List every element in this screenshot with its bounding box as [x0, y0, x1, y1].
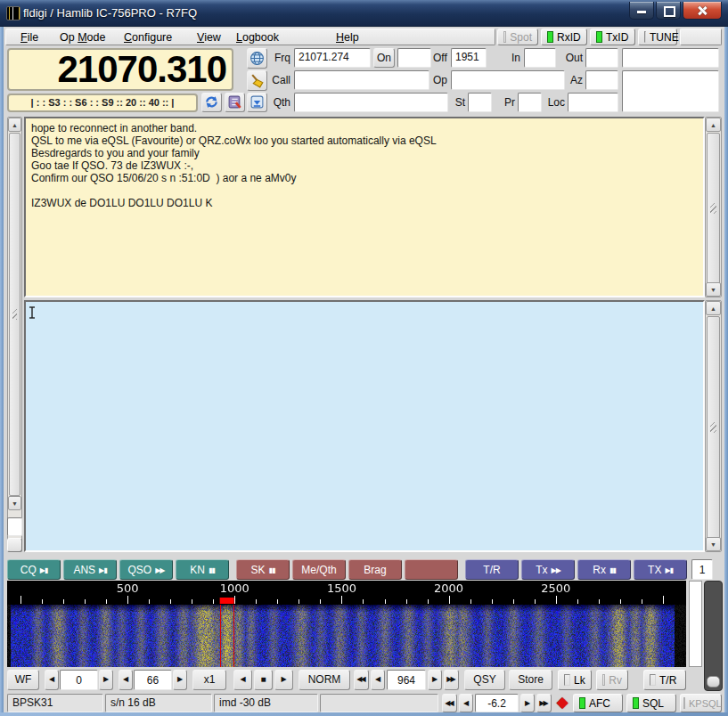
- qsy-button[interactable]: QSY: [464, 670, 505, 690]
- afc-dec-fast-button[interactable]: ◀◀: [442, 694, 457, 712]
- menu-item-view[interactable]: View: [190, 29, 228, 44]
- macro-button-cq[interactable]: CQ▶▮: [7, 559, 61, 580]
- txrx-toggle[interactable]: T/R: [643, 670, 686, 690]
- range-value[interactable]: 66: [134, 670, 172, 690]
- afc-dec-button[interactable]: ◀: [459, 694, 473, 712]
- close-button[interactable]: [683, 2, 722, 20]
- maximize-button[interactable]: [656, 2, 681, 20]
- store-button[interactable]: Store: [509, 670, 552, 690]
- range-dec-button[interactable]: ◀: [119, 670, 133, 690]
- macro-button-qso[interactable]: QSO▶▶: [119, 559, 173, 580]
- macro-button-t-r[interactable]: T/R: [465, 559, 519, 580]
- range-inc-button[interactable]: ▶: [173, 670, 187, 690]
- wf-shift-left-button[interactable]: ◀: [233, 670, 252, 690]
- title-bar[interactable]: fldigi / Hamlib IC-756PRO - R7FQ: [0, 0, 728, 27]
- rx-scroll-down-arrow[interactable]: ▼: [706, 282, 721, 297]
- pr-input[interactable]: [518, 93, 542, 112]
- upper-level-inc-button[interactable]: ▶: [99, 670, 113, 690]
- rx-text-line: [31, 184, 698, 197]
- reverse-toggle[interactable]: Rv: [596, 670, 628, 690]
- frq-input[interactable]: 21071.274: [294, 48, 371, 68]
- broom-icon: [249, 73, 265, 88]
- loc-input[interactable]: [568, 93, 618, 112]
- wf-mode-button[interactable]: WF: [7, 670, 39, 690]
- rxid-toggle[interactable]: RxID: [541, 28, 587, 45]
- afc-offset-value[interactable]: -6.2: [475, 694, 519, 712]
- macro-button-kn[interactable]: KN▮▮: [176, 559, 229, 580]
- op-input[interactable]: [451, 70, 565, 90]
- off-input[interactable]: 1951: [451, 48, 487, 68]
- rx-text-line: Confirm our QSO 15/06/20 s n :51:0D ) ao…: [31, 172, 698, 184]
- mode-status[interactable]: BPSK31: [7, 694, 103, 712]
- menu-item-file[interactable]: File: [13, 29, 45, 44]
- macro-button-tx[interactable]: Tx▶▶: [521, 559, 575, 580]
- macro-button-sk[interactable]: SK▮▮: [236, 559, 290, 580]
- carrier-frequency-value[interactable]: 964: [387, 670, 426, 690]
- macro-button-empty-7[interactable]: [405, 559, 458, 580]
- waterfall-gain-knob[interactable]: [707, 676, 720, 688]
- carrier-dec-fast-button[interactable]: ◀◀: [354, 670, 369, 690]
- rxtx-splitter-slider[interactable]: ▲ ▼: [7, 117, 22, 552]
- out-input[interactable]: [585, 48, 618, 68]
- txid-toggle[interactable]: TxID: [590, 28, 635, 45]
- txid-led: [596, 31, 602, 43]
- macro-button-brag[interactable]: Brag: [348, 559, 402, 580]
- splitter-up-arrow[interactable]: ▲: [8, 118, 21, 132]
- tx-scrollbar[interactable]: ▲ ▼: [705, 300, 722, 552]
- notes-top-input[interactable]: [622, 48, 719, 68]
- macro-button-ans[interactable]: ANS▶▮: [63, 559, 117, 580]
- frame-bottom: [0, 712, 728, 716]
- afc-inc-button[interactable]: ▶: [520, 694, 535, 712]
- tx-scroll-up-arrow[interactable]: ▲: [706, 301, 721, 315]
- sql-toggle[interactable]: SQL: [626, 694, 676, 712]
- menu-item-op-mode[interactable]: Op Mode: [53, 29, 112, 44]
- az-input[interactable]: [585, 70, 618, 90]
- macro-page-indicator[interactable]: 1: [691, 559, 713, 580]
- st-input[interactable]: [468, 93, 492, 112]
- tx-scroll-down-arrow[interactable]: ▼: [706, 537, 721, 551]
- rx-scrollbar[interactable]: ▲ ▼: [705, 117, 722, 297]
- menu-item-help[interactable]: Help: [329, 29, 366, 44]
- spot-toggle[interactable]: Spot: [497, 28, 538, 45]
- minimize-button[interactable]: [629, 2, 654, 20]
- call-input[interactable]: [294, 70, 429, 90]
- wf-zoom-button[interactable]: x1: [192, 670, 226, 690]
- waterfall-panel[interactable]: [7, 581, 686, 667]
- waterfall-gain-slider[interactable]: [704, 581, 723, 691]
- tx-text-panel[interactable]: [24, 300, 705, 552]
- on-button[interactable]: On: [373, 48, 395, 68]
- tune-toggle[interactable]: TUNE: [638, 28, 677, 45]
- afc-toggle[interactable]: AFC: [573, 694, 623, 712]
- frequency-display[interactable]: 21070.310: [7, 48, 233, 91]
- menu-bar[interactable]: FileOp ModeConfigureViewLogbookHelp: [5, 28, 495, 45]
- save-down-arrow-icon: [249, 94, 265, 110]
- logbook-button[interactable]: [225, 93, 245, 112]
- splitter-counter-box[interactable]: [7, 517, 22, 536]
- rx-text-panel[interactable]: hope to reconnect in another band.QSL to…: [24, 117, 705, 297]
- upper-level-value[interactable]: 0: [60, 670, 98, 690]
- carrier-inc-button[interactable]: ▶: [428, 670, 442, 690]
- macro-button-rx[interactable]: Rx▮▮: [577, 559, 631, 580]
- qth-input[interactable]: [294, 93, 448, 112]
- carrier-inc-fast-button[interactable]: ▶▶: [444, 670, 459, 690]
- splitter-down-arrow[interactable]: ▼: [8, 496, 21, 510]
- rx-scroll-up-arrow[interactable]: ▲: [706, 118, 721, 132]
- waterfall-canvas[interactable]: [7, 581, 686, 667]
- upper-level-dec-button[interactable]: ◀: [45, 670, 59, 690]
- in-input[interactable]: [524, 48, 556, 68]
- sync-button[interactable]: [201, 93, 222, 112]
- afc-inc-fast-button[interactable]: ▶▶: [536, 694, 552, 712]
- notes-main-input[interactable]: [622, 70, 719, 112]
- txid-label: TxID: [606, 31, 628, 44]
- macro-button-tx[interactable]: TX▶▮: [634, 559, 687, 580]
- wf-shift-right-button[interactable]: ▶: [274, 670, 293, 690]
- wf-palette-button[interactable]: NORM: [299, 670, 350, 690]
- lock-toggle[interactable]: Lk: [558, 670, 592, 690]
- menu-item-logbook[interactable]: Logbook: [229, 29, 286, 44]
- wf-stop-button[interactable]: ■: [254, 670, 273, 690]
- kpsql-toggle[interactable]: KPSQL: [680, 694, 722, 712]
- carrier-dec-button[interactable]: ◀: [371, 670, 385, 690]
- macro-button-me-qth[interactable]: Me/Qth: [292, 559, 346, 580]
- on-input[interactable]: [397, 48, 431, 68]
- menu-item-configure[interactable]: Configure: [117, 29, 179, 44]
